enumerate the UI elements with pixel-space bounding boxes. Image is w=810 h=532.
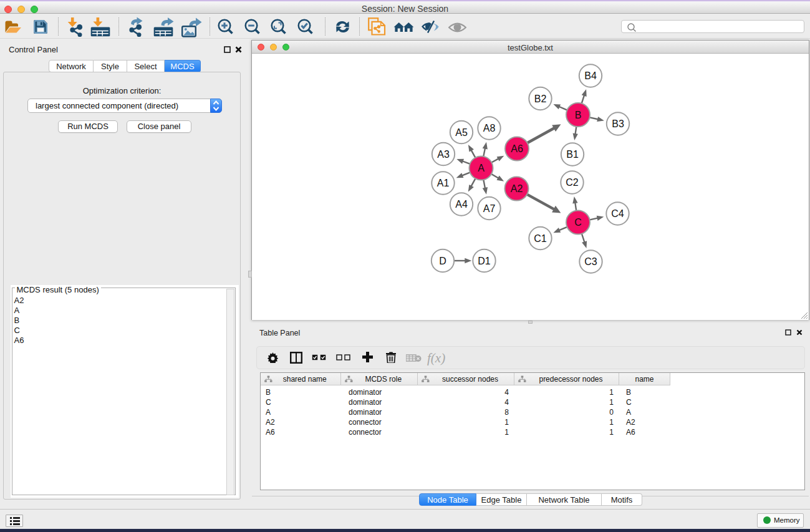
svg-text:B1: B1: [566, 149, 579, 160]
svg-text:A: A: [478, 163, 485, 173]
svg-text:B4: B4: [584, 70, 597, 81]
svg-text:D1: D1: [478, 256, 491, 266]
svg-text:A8: A8: [483, 123, 496, 133]
svg-text:A1: A1: [437, 178, 450, 188]
svg-text:A2: A2: [511, 183, 523, 194]
svg-text:A6: A6: [511, 143, 523, 154]
svg-text:A7: A7: [483, 203, 496, 214]
svg-text:A5: A5: [455, 127, 468, 138]
svg-text:C: C: [574, 217, 582, 228]
svg-text:C3: C3: [584, 256, 597, 267]
svg-text:B2: B2: [534, 94, 547, 104]
svg-text:B: B: [575, 110, 582, 120]
svg-text:C1: C1: [534, 233, 547, 244]
svg-text:C4: C4: [611, 208, 624, 219]
svg-text:A4: A4: [455, 199, 468, 210]
svg-text:A3: A3: [437, 149, 450, 160]
svg-text:C2: C2: [566, 177, 579, 188]
svg-text:D: D: [439, 256, 446, 266]
svg-text:B3: B3: [612, 118, 624, 129]
